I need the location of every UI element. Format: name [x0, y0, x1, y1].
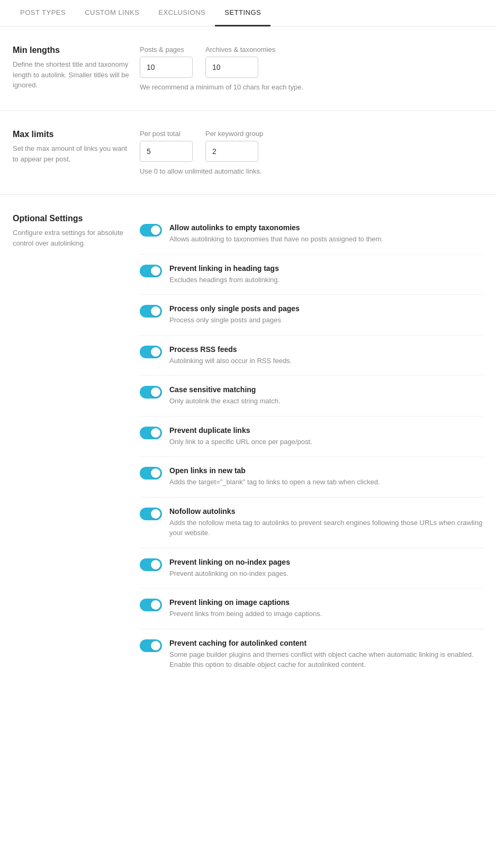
- toggle-slider-case-sensitive: [140, 386, 162, 399]
- toggle-desc-nofollow: Adds the nofollow meta tag to autolinks …: [169, 518, 483, 538]
- toggle-content-prevent-duplicate: Prevent duplicate linksOnly link to a sp…: [169, 426, 483, 447]
- min-lengths-hint: We recommend a minimum of 10 chars for e…: [140, 83, 483, 91]
- posts-pages-input[interactable]: [140, 57, 193, 78]
- toggle-switch-single-posts-only[interactable]: [140, 305, 162, 318]
- toggle-item-no-index-pages: Prevent linking on no-index pagesPrevent…: [140, 548, 483, 589]
- toggle-desc-prevent-heading-links: Excludes headings from autolinking.: [169, 275, 483, 285]
- toggle-desc-process-rss: Autolinking will also occur in RSS feeds…: [169, 356, 483, 366]
- optional-settings-section: Optional Settings Configure extra settin…: [0, 195, 496, 699]
- toggle-desc-open-new-tab: Adds the target="_blank" tag to links to…: [169, 477, 483, 487]
- toggle-slider-allow-empty-taxonomies: [140, 224, 162, 237]
- per-keyword-label: Per keyword group: [205, 130, 263, 138]
- toggle-content-allow-empty-taxonomies: Allow autolinks to empty taxonomiesAllow…: [169, 223, 483, 245]
- max-limits-inputs: Per post total Per keyword group: [140, 130, 483, 162]
- toggle-item-prevent-duplicate: Prevent duplicate linksOnly link to a sp…: [140, 417, 483, 457]
- toggle-slider-nofollow: [140, 508, 162, 520]
- toggle-title-open-new-tab: Open links in new tab: [169, 466, 483, 475]
- toggle-slider-prevent-duplicate: [140, 427, 162, 439]
- max-limits-left: Max limits Set the max amount of links y…: [13, 130, 140, 175]
- toggle-title-case-sensitive: Case sensitive matching: [169, 385, 483, 394]
- toggle-slider-single-posts-only: [140, 305, 162, 318]
- max-limits-hint: Use 0 to allow unlimited automatic links…: [140, 167, 483, 175]
- toggle-switch-prevent-duplicate[interactable]: [140, 427, 162, 439]
- max-limits-right: Per post total Per keyword group Use 0 t…: [140, 130, 483, 175]
- archives-input[interactable]: [205, 57, 258, 78]
- max-limits-title: Max limits: [13, 130, 129, 139]
- toggle-content-prevent-caching: Prevent caching for autolinked contentSo…: [169, 639, 483, 670]
- toggle-content-no-index-pages: Prevent linking on no-index pagesPrevent…: [169, 558, 483, 579]
- toggle-title-process-rss: Process RSS feeds: [169, 345, 483, 354]
- nav-tab-exclusions[interactable]: EXCLUSIONS: [149, 0, 215, 26]
- per-keyword-input[interactable]: [205, 141, 258, 162]
- toggle-desc-single-posts-only: Process only single posts and pages: [169, 315, 483, 326]
- nav-tab-settings[interactable]: SETTINGS: [215, 0, 270, 26]
- toggle-content-prevent-heading-links: Prevent linking in heading tagsExcludes …: [169, 264, 483, 285]
- optional-settings-title: Optional Settings: [13, 214, 129, 223]
- optional-settings-desc: Configure extra settings for absolute co…: [13, 228, 129, 248]
- min-lengths-right: Posts & pages Archives & taxonomies We r…: [140, 46, 483, 91]
- toggle-slider-open-new-tab: [140, 467, 162, 480]
- per-post-input[interactable]: [140, 141, 193, 162]
- min-lengths-section: Min lengths Define the shortest title an…: [0, 26, 496, 111]
- toggle-list: Allow autolinks to empty taxonomiesAllow…: [140, 214, 483, 680]
- min-lengths-desc: Define the shortest title and taxonomy l…: [13, 59, 129, 91]
- toggle-switch-prevent-heading-links[interactable]: [140, 265, 162, 277]
- archives-label: Archives & taxonomies: [205, 46, 275, 53]
- toggle-content-open-new-tab: Open links in new tabAdds the target="_b…: [169, 466, 483, 487]
- toggle-switch-no-index-pages[interactable]: [140, 558, 162, 571]
- toggle-desc-image-captions: Prevent links from being added to image …: [169, 609, 483, 619]
- toggle-item-prevent-caching: Prevent caching for autolinked contentSo…: [140, 629, 483, 680]
- toggle-item-case-sensitive: Case sensitive matchingOnly autolink the…: [140, 376, 483, 417]
- nav-tabs: POST TYPESCUSTOM LINKSEXCLUSIONSSETTINGS: [0, 0, 496, 26]
- per-post-input-group: Per post total: [140, 130, 193, 162]
- toggle-title-prevent-caching: Prevent caching for autolinked content: [169, 639, 483, 647]
- toggle-switch-allow-empty-taxonomies[interactable]: [140, 224, 162, 237]
- toggle-switch-prevent-caching[interactable]: [140, 639, 162, 652]
- toggle-item-image-captions: Prevent linking on image captionsPrevent…: [140, 589, 483, 629]
- toggle-item-allow-empty-taxonomies: Allow autolinks to empty taxonomiesAllow…: [140, 214, 483, 255]
- toggle-slider-image-captions: [140, 599, 162, 611]
- toggle-title-prevent-heading-links: Prevent linking in heading tags: [169, 264, 483, 273]
- toggle-switch-case-sensitive[interactable]: [140, 386, 162, 399]
- posts-pages-input-group: Posts & pages: [140, 46, 193, 78]
- toggle-switch-process-rss[interactable]: [140, 346, 162, 358]
- toggle-title-image-captions: Prevent linking on image captions: [169, 598, 483, 607]
- toggle-desc-no-index-pages: Prevent autolinking on no-index pages.: [169, 568, 483, 579]
- toggle-item-process-rss: Process RSS feedsAutolinking will also o…: [140, 336, 483, 376]
- toggle-slider-prevent-caching: [140, 639, 162, 652]
- toggle-switch-open-new-tab[interactable]: [140, 467, 162, 480]
- toggle-switch-nofollow[interactable]: [140, 508, 162, 520]
- optional-settings-left: Optional Settings Configure extra settin…: [13, 214, 140, 680]
- min-lengths-title: Min lengths: [13, 46, 129, 55]
- max-limits-desc: Set the max amount of links you want to …: [13, 143, 129, 164]
- posts-pages-label: Posts & pages: [140, 46, 193, 53]
- per-keyword-input-group: Per keyword group: [205, 130, 263, 162]
- toggle-slider-prevent-heading-links: [140, 265, 162, 277]
- toggle-desc-case-sensitive: Only autolink the exact string match.: [169, 396, 483, 406]
- nav-tab-post-types[interactable]: POST TYPES: [11, 0, 75, 26]
- min-lengths-inputs: Posts & pages Archives & taxonomies: [140, 46, 483, 78]
- toggle-desc-prevent-duplicate: Only link to a specific URL once per pag…: [169, 437, 483, 447]
- toggle-item-nofollow: Nofollow autolinksAdds the nofollow meta…: [140, 498, 483, 548]
- toggle-switch-image-captions[interactable]: [140, 599, 162, 611]
- toggle-title-prevent-duplicate: Prevent duplicate links: [169, 426, 483, 435]
- toggle-content-image-captions: Prevent linking on image captionsPrevent…: [169, 598, 483, 619]
- toggle-item-single-posts-only: Process only single posts and pagesProce…: [140, 295, 483, 336]
- toggle-content-process-rss: Process RSS feedsAutolinking will also o…: [169, 345, 483, 366]
- toggle-title-allow-empty-taxonomies: Allow autolinks to empty taxonomies: [169, 223, 483, 232]
- min-lengths-left: Min lengths Define the shortest title an…: [13, 46, 140, 91]
- toggle-content-case-sensitive: Case sensitive matchingOnly autolink the…: [169, 385, 483, 406]
- toggle-slider-no-index-pages: [140, 558, 162, 571]
- nav-tab-custom-links[interactable]: CUSTOM LINKS: [75, 0, 149, 26]
- toggle-title-single-posts-only: Process only single posts and pages: [169, 304, 483, 313]
- per-post-label: Per post total: [140, 130, 193, 138]
- toggle-content-single-posts-only: Process only single posts and pagesProce…: [169, 304, 483, 326]
- toggle-content-nofollow: Nofollow autolinksAdds the nofollow meta…: [169, 507, 483, 538]
- toggle-desc-allow-empty-taxonomies: Allows autolinking to taxonomies that ha…: [169, 234, 483, 245]
- max-limits-section: Max limits Set the max amount of links y…: [0, 111, 496, 195]
- archives-input-group: Archives & taxonomies: [205, 46, 275, 78]
- toggle-item-open-new-tab: Open links in new tabAdds the target="_b…: [140, 457, 483, 498]
- toggle-title-no-index-pages: Prevent linking on no-index pages: [169, 558, 483, 566]
- toggle-desc-prevent-caching: Some page builder plugins and themes con…: [169, 649, 483, 670]
- toggle-item-prevent-heading-links: Prevent linking in heading tagsExcludes …: [140, 255, 483, 295]
